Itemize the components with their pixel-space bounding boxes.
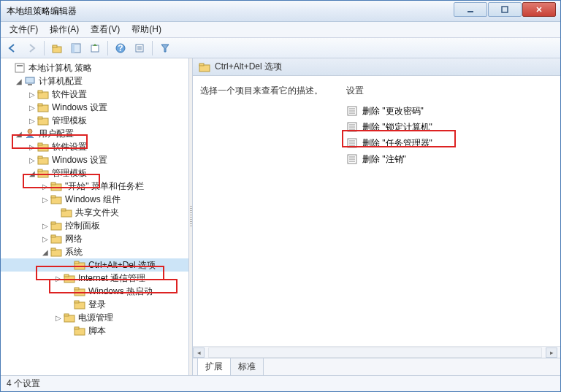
tree-win-components[interactable]: ▷Windows 组件: [1, 193, 188, 206]
svg-rect-55: [199, 64, 204, 66]
maximize-button[interactable]: [488, 2, 522, 17]
tree-uc-admin[interactable]: ◢管理模板: [1, 166, 188, 180]
tree-cc-windows[interactable]: ▷Windows 设置: [1, 101, 188, 114]
folder-icon: [37, 167, 49, 179]
tree-system[interactable]: ◢系统: [1, 245, 188, 258]
setting-item[interactable]: 删除 "锁定计算机": [346, 119, 553, 135]
tree-scripts[interactable]: 脚本: [1, 324, 188, 337]
tree-computer-config[interactable]: ◢ 计算机配置: [1, 74, 188, 88]
folder-icon: [199, 61, 210, 73]
settings-list[interactable]: 设置 删除 "更改密码" 删除 "锁定计算机" 删除 "任务管理器" 删除 "注…: [339, 85, 560, 346]
export-button[interactable]: [86, 39, 104, 57]
setting-item[interactable]: 删除 "更改密码": [346, 103, 553, 119]
svg-rect-53: [75, 327, 79, 329]
tree-win-hotstart[interactable]: Windows 热启动: [1, 285, 188, 298]
svg-rect-35: [61, 209, 66, 211]
expand-icon[interactable]: ▷: [40, 235, 50, 243]
folder-icon: [74, 259, 85, 271]
tree-panel[interactable]: 本地计算机 策略 ◢ 计算机配置 ▷软件设置 ▷Windows 设置 ▷管理模板…: [1, 58, 189, 375]
minimize-button[interactable]: [454, 2, 487, 17]
tree-logon[interactable]: 登录: [1, 298, 188, 311]
tree-root[interactable]: 本地计算机 策略: [1, 61, 188, 74]
tree-network[interactable]: ▷网络: [1, 232, 188, 245]
computer-icon: [24, 75, 36, 87]
expand-icon[interactable]: ▷: [53, 274, 64, 283]
user-icon: [24, 128, 36, 139]
setting-icon: [346, 105, 358, 117]
right-panel: Ctrl+Alt+Del 选项 选择一个项目来查看它的描述。 设置 删除 "更改…: [193, 58, 560, 375]
expand-icon[interactable]: ▷: [53, 314, 64, 322]
toolbar-divider: [107, 41, 108, 55]
settings-header[interactable]: 设置: [346, 85, 553, 97]
svg-rect-41: [51, 248, 56, 250]
expand-icon[interactable]: ▷: [27, 117, 37, 125]
policy-icon: [14, 62, 26, 74]
tree-power-mgmt[interactable]: ▷电源管理: [1, 311, 188, 324]
menu-help[interactable]: 帮助(H): [126, 22, 167, 37]
tree-shared-folders[interactable]: 共享文件夹: [1, 206, 188, 219]
collapse-icon[interactable]: ◢: [14, 130, 24, 138]
tree-user-config[interactable]: ◢ 用户配置: [1, 127, 188, 140]
menu-action[interactable]: 操作(A): [44, 22, 85, 37]
svg-rect-15: [26, 77, 34, 83]
collapse-icon[interactable]: ◢: [40, 248, 50, 256]
collapse-icon[interactable]: ◢: [14, 77, 24, 85]
back-button[interactable]: [4, 39, 21, 57]
status-text: 4 个设置: [7, 377, 40, 390]
folder-icon: [74, 299, 85, 310]
setting-item[interactable]: 删除 "任务管理器": [346, 135, 553, 151]
app-window: 本地组策略编辑器 文件(F) 操作(A) 查看(V) 帮助(H) ? 本地计算机…: [0, 0, 561, 392]
tree-uc-software[interactable]: ▷软件设置: [1, 140, 188, 153]
setting-icon: [346, 153, 358, 165]
folder-icon: [61, 207, 72, 218]
collapse-icon[interactable]: ◢: [27, 169, 37, 177]
svg-rect-1: [502, 7, 508, 12]
tree-internet-comm[interactable]: ▷Internet 通信管理: [1, 272, 188, 285]
svg-rect-6: [91, 45, 99, 52]
scroll-right-button[interactable]: ▸: [546, 347, 557, 358]
tree-ctrl-alt-del[interactable]: Ctrl+Alt+Del 选项: [1, 258, 188, 272]
expand-icon[interactable]: ▷: [40, 196, 50, 204]
folder-icon: [74, 285, 85, 297]
properties-button[interactable]: [131, 39, 148, 57]
filter-button[interactable]: [156, 39, 174, 57]
svg-text:?: ?: [118, 43, 123, 53]
svg-rect-25: [38, 143, 42, 145]
expand-icon[interactable]: ▷: [40, 182, 50, 191]
titlebar[interactable]: 本地组策略编辑器: [1, 1, 560, 22]
forward-button[interactable]: [23, 39, 40, 57]
expand-icon[interactable]: ▷: [27, 91, 37, 99]
scroll-left-button[interactable]: ◂: [193, 347, 205, 358]
tree-cc-software[interactable]: ▷软件设置: [1, 88, 188, 101]
setting-item[interactable]: 删除 "注销": [346, 151, 553, 167]
folder-icon: [37, 88, 49, 100]
description-pane: 选择一个项目来查看它的描述。: [193, 85, 339, 346]
setting-icon: [346, 121, 358, 133]
help-button[interactable]: ?: [112, 39, 129, 57]
menu-file[interactable]: 文件(F): [4, 22, 44, 37]
scroll-track[interactable]: [208, 347, 542, 358]
tree-start-taskbar[interactable]: ▷"开始" 菜单和任务栏: [1, 180, 188, 193]
menu-view[interactable]: 查看(V): [85, 22, 126, 37]
tree-control-panel[interactable]: ▷控制面板: [1, 219, 188, 232]
tab-extended[interactable]: 扩展: [197, 358, 231, 375]
svg-rect-33: [51, 196, 56, 198]
right-panel-tabs: 扩展 标准: [193, 358, 560, 375]
svg-rect-51: [64, 314, 69, 316]
close-button[interactable]: [522, 2, 556, 17]
tree-uc-windows[interactable]: ▷Windows 设置: [1, 153, 188, 166]
expand-icon[interactable]: ▷: [27, 104, 37, 112]
expand-icon[interactable]: ▷: [27, 143, 37, 151]
expand-icon[interactable]: ▷: [27, 156, 37, 164]
window-title: 本地组策略编辑器: [7, 5, 77, 18]
folder-icon: [37, 101, 49, 113]
up-button[interactable]: [48, 39, 66, 57]
expand-icon[interactable]: ▷: [40, 222, 50, 230]
tab-standard[interactable]: 标准: [230, 358, 264, 375]
folder-icon: [74, 325, 85, 337]
horizontal-scrollbar[interactable]: ◂ ▸: [193, 346, 560, 358]
right-panel-title: Ctrl+Alt+Del 选项: [215, 61, 282, 73]
show-hide-tree-button[interactable]: [67, 39, 85, 57]
tree-cc-admin[interactable]: ▷管理模板: [1, 114, 188, 127]
folder-icon: [64, 272, 75, 284]
